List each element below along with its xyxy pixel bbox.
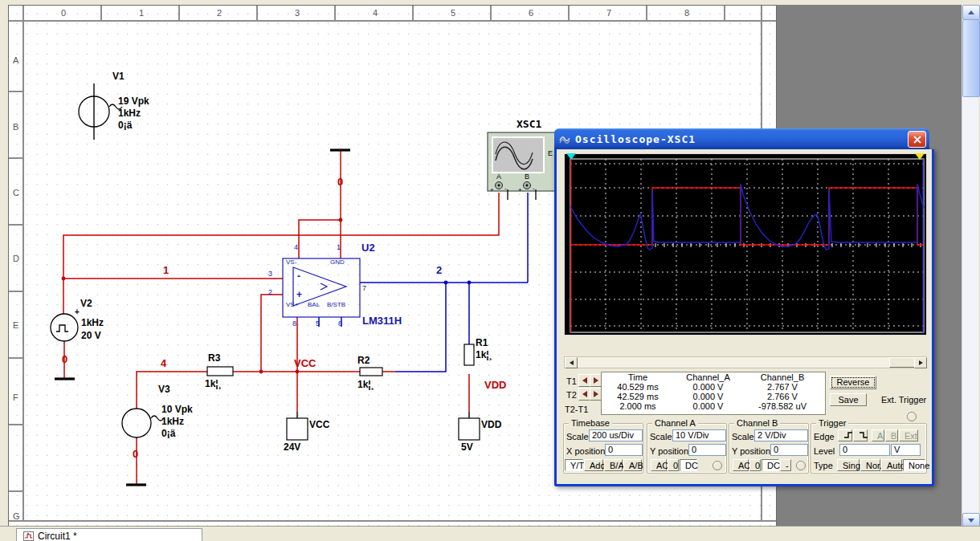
cha-scale-input[interactable]: 10 V/Div <box>672 429 726 441</box>
v3-ref[interactable]: V3 <box>158 384 170 395</box>
cha-ac-button[interactable]: AC <box>651 459 667 471</box>
chb-ypos-input[interactable]: 0 <box>770 444 808 456</box>
timebase-scale-input[interactable]: 200 us/Div <box>589 429 643 441</box>
cha-dc-button[interactable]: DC <box>680 459 697 471</box>
ruler-tick <box>9 291 23 292</box>
vscroll-thumb[interactable] <box>962 19 980 97</box>
trigger-level-unit[interactable]: V <box>891 444 921 456</box>
top-ruler-number: 1 <box>139 8 144 18</box>
ruler-tick <box>9 490 23 492</box>
rising-edge-button[interactable] <box>838 429 852 441</box>
cha-0-button[interactable]: 0 <box>668 459 679 471</box>
add-button[interactable]: Add <box>584 459 603 471</box>
cursor-marker-t2[interactable] <box>915 153 925 160</box>
chb-0-button[interactable]: 0 <box>749 459 761 471</box>
timebase-xpos-input[interactable]: 0 <box>605 444 643 456</box>
left-arrow-icon <box>582 377 587 384</box>
v3-value: 10 Vpk <box>161 404 193 415</box>
cha-probe-radio[interactable] <box>713 461 722 470</box>
xsc1-a-minus: - <box>504 185 507 192</box>
u2-pin3: 3 <box>268 270 272 278</box>
ext-trigger-label: Ext. Trigger <box>881 395 926 405</box>
circuit-tab[interactable]: Circuit1 * <box>16 528 202 541</box>
net-label-vcc: VCC <box>294 357 316 369</box>
u2-pin8: 8 <box>292 319 296 327</box>
falling-edge-button[interactable] <box>853 429 868 441</box>
xsc1-ref[interactable]: XSC1 <box>517 118 541 130</box>
chb-probe-radio[interactable] <box>796 461 806 470</box>
yt-button[interactable]: Y/T <box>565 459 583 471</box>
chb-minus-button[interactable]: - <box>780 459 791 471</box>
vcc-box-value: 24V <box>284 441 300 453</box>
trigger-b-button[interactable]: B <box>885 429 898 441</box>
ruler-divider <box>9 520 776 522</box>
v2-plus-sign: + <box>75 307 80 316</box>
left-ruler-letter: G <box>13 511 20 521</box>
t1-left-button[interactable] <box>578 374 590 387</box>
vcc-box-label[interactable]: VCC <box>309 419 329 430</box>
close-button[interactable] <box>908 131 926 148</box>
xsc1-ext-label: E <box>548 149 553 157</box>
save-button[interactable]: Save <box>830 393 867 406</box>
tab-label: Circuit1 * <box>38 531 77 541</box>
t1-right-button[interactable] <box>590 374 602 387</box>
hscroll-thumb[interactable] <box>889 357 915 368</box>
vertical-scrollbar[interactable] <box>962 5 978 527</box>
ext-trigger-radio[interactable] <box>907 412 917 421</box>
sing-button[interactable]: Sing. <box>837 459 860 471</box>
net-label-0-v2: 0 <box>62 353 67 365</box>
r2-value: 1k¦¸ <box>357 379 374 390</box>
col-time: Time <box>602 372 674 382</box>
cursor-marker-t1[interactable] <box>566 153 576 160</box>
u2-plus-input: + <box>296 289 302 300</box>
scroll-up-button[interactable] <box>962 5 980 20</box>
oscilloscope-window[interactable]: Oscilloscope-XSC1 T1 T2 T2-T1 <box>554 149 934 486</box>
window-title: Oscilloscope-XSC1 <box>575 133 696 145</box>
reverse-button[interactable]: Reverse <box>830 376 876 389</box>
t2-right-button[interactable] <box>590 388 602 401</box>
cursor-readout-table: Time Channel_A Channel_B 40.529 ms 0.000… <box>601 372 826 415</box>
u2-ref[interactable]: U2 <box>361 242 375 254</box>
top-ruler-number: 3 <box>295 8 300 18</box>
close-icon <box>913 136 921 144</box>
r3-ref[interactable]: R3 <box>208 352 220 364</box>
xsc1-terminal-b-label: B <box>525 173 529 181</box>
ruler-divider <box>22 6 24 520</box>
trigger-a-button[interactable]: A <box>872 429 884 441</box>
document-tab-bar: Circuit1 * <box>0 526 980 541</box>
readout-row-delta: 2.000 ms 0.000 V -978.582 uV <box>602 401 825 411</box>
ba-button[interactable]: B/A <box>604 459 623 471</box>
v3-freq: 1kHz <box>161 416 184 427</box>
none-button[interactable]: None <box>903 459 925 471</box>
delta-channel-b: -978.582 uV <box>742 401 823 411</box>
trigger-level-input[interactable]: 0 <box>839 444 890 456</box>
ruler-tick <box>568 6 570 22</box>
cha-ypos-label: Y position <box>650 446 688 456</box>
auto-button[interactable]: Auto <box>881 459 902 471</box>
channel-b-title: Channel B <box>734 418 780 428</box>
hscroll-right-button[interactable] <box>914 357 927 368</box>
top-ruler-number: 4 <box>373 8 378 18</box>
u2-pin5: 5 <box>316 319 320 327</box>
ruler-tick <box>100 6 102 22</box>
t1-channel-a: 0.000 V <box>674 382 742 392</box>
trigger-ext-button[interactable]: Ext <box>899 429 918 441</box>
u2-part[interactable]: LM311H <box>362 315 402 327</box>
vdd-box-label[interactable]: VDD <box>481 419 501 430</box>
t2-left-button[interactable] <box>578 388 590 401</box>
ab-button[interactable]: A/B <box>623 459 642 471</box>
v1-ref[interactable]: V1 <box>112 71 125 82</box>
scope-hscrollbar[interactable] <box>564 356 927 368</box>
chb-scale-input[interactable]: 2 V/Div <box>754 429 808 441</box>
r1-ref[interactable]: R1 <box>476 337 488 348</box>
v2-ref[interactable]: V2 <box>80 298 92 309</box>
chb-dc-button[interactable]: DC <box>762 459 779 471</box>
readout-header-row: Time Channel_A Channel_B <box>602 372 825 382</box>
nor-button[interactable]: Nor. <box>860 459 880 471</box>
chb-ac-button[interactable]: AC <box>733 459 749 471</box>
hscroll-left-button[interactable] <box>565 357 578 368</box>
cha-ypos-input[interactable]: 0 <box>688 444 726 456</box>
r2-ref[interactable]: R2 <box>357 355 370 366</box>
v1-value[interactable]: 19 Vpk <box>118 96 149 107</box>
oscilloscope-titlebar[interactable]: Oscilloscope-XSC1 <box>554 128 929 149</box>
